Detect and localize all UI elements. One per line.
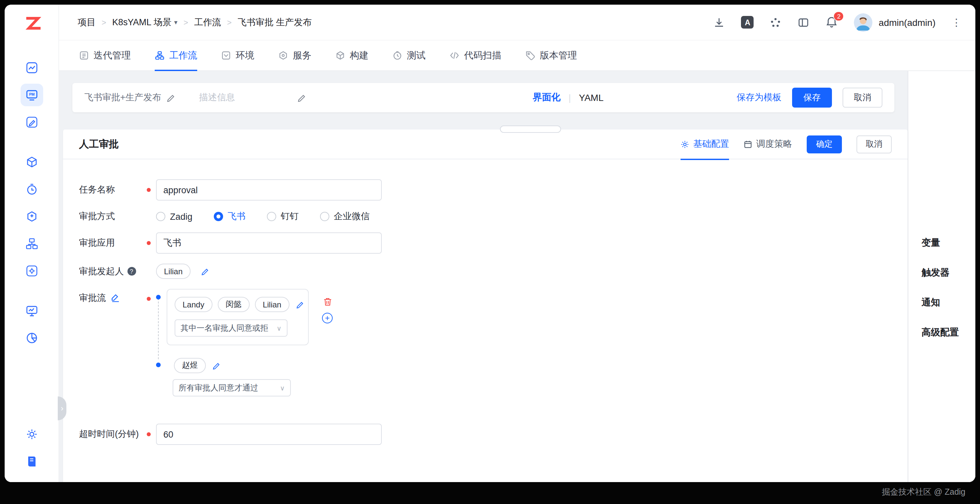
radio-wecom[interactable]: 企业微信 — [320, 210, 370, 223]
required-dot — [147, 297, 151, 301]
toolbar-cancel-button[interactable]: 取消 — [843, 87, 882, 108]
radio-lark[interactable]: 飞书 — [214, 210, 246, 223]
tab-service[interactable]: 服务 — [278, 40, 312, 70]
approver-tag: Lilian — [255, 297, 289, 312]
insight-chart-icon — [25, 61, 38, 75]
tab-label: 服务 — [293, 49, 312, 61]
tab-label: 测试 — [407, 49, 426, 61]
radio-dingtalk[interactable]: 钉钉 — [267, 210, 299, 223]
edit-approvers-icon[interactable] — [212, 362, 220, 369]
apps-button[interactable] — [770, 16, 782, 28]
approval-rule-select[interactable]: 所有审批人同意才通过 ∨ — [173, 379, 291, 396]
tab-label: 代码扫描 — [464, 49, 501, 61]
confirm-button[interactable]: 确定 — [807, 135, 842, 153]
sidebar-item-report[interactable] — [20, 327, 43, 349]
breadcrumb-workflows[interactable]: 工作流 — [194, 16, 221, 28]
more-menu-button[interactable]: ⋮ — [951, 16, 962, 28]
sidebar-item-monitor[interactable] — [20, 299, 43, 322]
edit-description-icon[interactable] — [298, 93, 306, 102]
approval-flow-list: Landy 闵懿 Lilian 其中一名审批人同意或拒 ∨ — [156, 289, 309, 408]
breadcrumb-projects[interactable]: 项目 — [78, 16, 95, 28]
edit-approvers-icon[interactable] — [296, 300, 304, 308]
settings-box-icon — [25, 264, 38, 278]
download-button[interactable] — [713, 16, 725, 28]
tab-environment[interactable]: 环境 — [221, 40, 254, 70]
tab-label: 工作流 — [169, 49, 197, 61]
sidebar-item-insight[interactable] — [20, 56, 43, 79]
radio-label: 企业微信 — [334, 210, 370, 223]
sidebar-item-test[interactable] — [20, 178, 43, 200]
tab-basic-config[interactable]: 基础配置 — [681, 129, 729, 159]
mode-ui-tab[interactable]: 界面化 — [533, 92, 561, 103]
radio-icon — [214, 212, 223, 221]
breadcrumb: 项目 > K8sYAML 场景 ▾ > 工作流 > 飞书审批 生产发布 — [78, 16, 312, 28]
edit-name-icon[interactable] — [167, 93, 175, 102]
radio-icon — [156, 212, 165, 221]
radio-icon — [267, 212, 276, 221]
save-as-template-link[interactable]: 保存为模板 — [737, 92, 781, 103]
workflow-description-placeholder: 描述信息 — [199, 92, 292, 103]
form-row-approval-type: 审批方式 Zadig 飞书 钉钉 企业微信 — [79, 210, 908, 223]
radio-zadig[interactable]: Zadig — [156, 211, 192, 221]
timeout-input[interactable] — [156, 424, 382, 445]
approval-rule-value: 其中一名审批人同意或拒 — [181, 323, 274, 334]
panel-drag-handle[interactable] — [500, 126, 561, 133]
stage-actions: + — [322, 297, 332, 323]
approval-flow-config-icon[interactable] — [111, 294, 120, 303]
tab-label: 版本管理 — [540, 49, 577, 61]
tab-test[interactable]: 测试 — [392, 40, 426, 70]
tab-version[interactable]: 版本管理 — [525, 40, 577, 70]
required-dot — [147, 241, 151, 245]
rail-item-variables[interactable]: 变量 — [921, 237, 975, 249]
add-stage-icon[interactable]: + — [322, 313, 332, 323]
breadcrumb-separator: > — [184, 17, 188, 27]
mode-yaml-tab[interactable]: YAML — [579, 92, 603, 103]
layout-button[interactable] — [798, 16, 810, 28]
breadcrumb-separator: > — [102, 17, 106, 27]
zadig-logo[interactable] — [21, 13, 42, 34]
sidebar-item-projects[interactable]: PM — [20, 84, 43, 106]
sidebar-item-docs[interactable] — [20, 450, 43, 473]
help-icon[interactable]: ? — [127, 267, 136, 275]
tab-workflow[interactable]: 工作流 — [155, 40, 197, 70]
topbar-actions: A 2 admin(admin) ⋮ — [713, 13, 962, 32]
sidebar-item-delivery[interactable] — [20, 151, 43, 173]
notifications-button[interactable]: 2 — [826, 16, 838, 29]
sidebar-item-build[interactable] — [20, 205, 43, 228]
tab-build[interactable]: 构建 — [335, 40, 369, 70]
save-button[interactable]: 保存 — [792, 87, 832, 108]
sidebar-item-pipeline[interactable] — [20, 232, 43, 255]
module-tabbar: 迭代管理 工作流 环境 服务 构建 测试 代码扫描 版本管理 — [59, 40, 975, 71]
tab-iteration[interactable]: 迭代管理 — [79, 40, 131, 70]
radio-label: Zadig — [170, 211, 192, 221]
panel-cancel-button[interactable]: 取消 — [856, 135, 892, 153]
workflow-name: 飞书审批+生产发布 — [84, 92, 161, 103]
rail-item-triggers[interactable]: 触发器 — [921, 267, 975, 279]
task-name-input[interactable] — [156, 179, 382, 200]
translate-button[interactable]: A — [741, 16, 754, 29]
rail-item-notifications[interactable]: 通知 — [921, 297, 975, 309]
avatar-image — [854, 13, 873, 32]
edit-initiator-icon[interactable] — [201, 267, 209, 275]
sidebar-item-edit[interactable] — [20, 111, 43, 134]
breadcrumb-current-workflow: 飞书审批 生产发布 — [238, 16, 312, 28]
delete-stage-icon[interactable] — [322, 297, 332, 307]
user-menu[interactable]: admin(admin) — [854, 13, 935, 32]
rail-item-advanced[interactable]: 高级配置 — [921, 327, 975, 339]
form-row-task-name: 任务名称 — [79, 179, 908, 200]
svg-text:PM: PM — [29, 92, 35, 96]
layout-icon — [798, 16, 810, 28]
breadcrumb-project-switcher[interactable]: K8sYAML 场景 ▾ — [112, 16, 178, 28]
plus-icon: + — [325, 314, 330, 322]
pie-chart-icon — [25, 331, 38, 345]
book-icon — [25, 455, 38, 468]
tab-schedule-policy[interactable]: 调度策略 — [744, 129, 792, 159]
approval-rule-select[interactable]: 其中一名审批人同意或拒 ∨ — [175, 320, 288, 337]
approval-app-input[interactable] — [156, 232, 382, 254]
build-cube-icon — [25, 210, 38, 223]
task-detail-panel: 人工审批 基础配置 调度策略 确定 — [63, 129, 908, 482]
sidebar-item-integration[interactable] — [20, 260, 43, 282]
tab-code-scan[interactable]: 代码扫描 — [450, 40, 501, 70]
sidebar-item-settings[interactable] — [20, 423, 43, 445]
toolbar-actions: 保存为模板 保存 取消 — [737, 87, 882, 108]
